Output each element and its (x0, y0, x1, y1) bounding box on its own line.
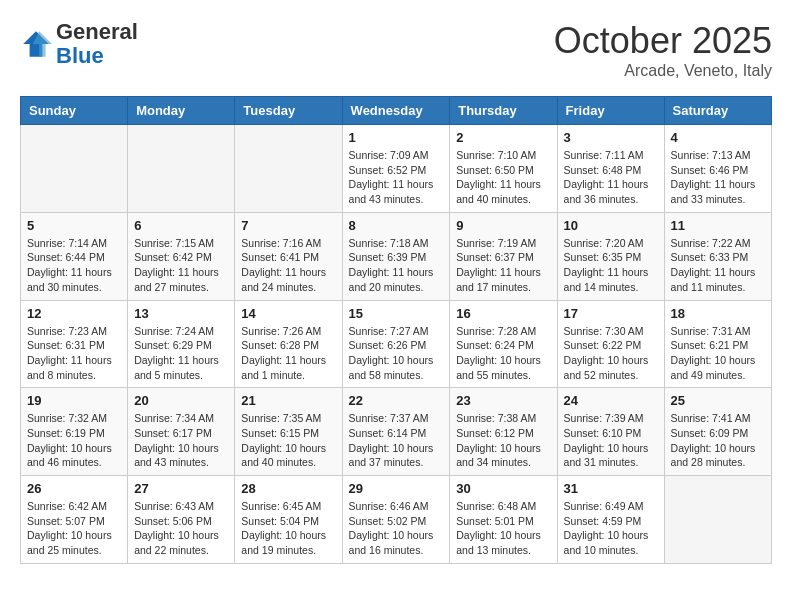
day-info: Sunrise: 6:49 AM Sunset: 4:59 PM Dayligh… (564, 499, 658, 558)
calendar-cell: 19Sunrise: 7:32 AM Sunset: 6:19 PM Dayli… (21, 388, 128, 476)
day-info: Sunrise: 7:22 AM Sunset: 6:33 PM Dayligh… (671, 236, 765, 295)
calendar-cell: 14Sunrise: 7:26 AM Sunset: 6:28 PM Dayli… (235, 300, 342, 388)
calendar-cell: 24Sunrise: 7:39 AM Sunset: 6:10 PM Dayli… (557, 388, 664, 476)
calendar-cell: 5Sunrise: 7:14 AM Sunset: 6:44 PM Daylig… (21, 212, 128, 300)
title-block: October 2025 Arcade, Veneto, Italy (554, 20, 772, 80)
calendar-cell: 23Sunrise: 7:38 AM Sunset: 6:12 PM Dayli… (450, 388, 557, 476)
weekday-header: Saturday (664, 97, 771, 125)
day-info: Sunrise: 7:31 AM Sunset: 6:21 PM Dayligh… (671, 324, 765, 383)
day-number: 4 (671, 130, 765, 145)
calendar-cell: 30Sunrise: 6:48 AM Sunset: 5:01 PM Dayli… (450, 476, 557, 564)
day-number: 28 (241, 481, 335, 496)
day-number: 29 (349, 481, 444, 496)
calendar-cell: 8Sunrise: 7:18 AM Sunset: 6:39 PM Daylig… (342, 212, 450, 300)
calendar-cell: 17Sunrise: 7:30 AM Sunset: 6:22 PM Dayli… (557, 300, 664, 388)
logo-text: General Blue (56, 20, 138, 68)
day-number: 19 (27, 393, 121, 408)
day-info: Sunrise: 7:39 AM Sunset: 6:10 PM Dayligh… (564, 411, 658, 470)
calendar-cell: 28Sunrise: 6:45 AM Sunset: 5:04 PM Dayli… (235, 476, 342, 564)
day-number: 14 (241, 306, 335, 321)
calendar-cell: 18Sunrise: 7:31 AM Sunset: 6:21 PM Dayli… (664, 300, 771, 388)
day-info: Sunrise: 7:18 AM Sunset: 6:39 PM Dayligh… (349, 236, 444, 295)
calendar-cell (235, 125, 342, 213)
day-info: Sunrise: 7:37 AM Sunset: 6:14 PM Dayligh… (349, 411, 444, 470)
day-number: 22 (349, 393, 444, 408)
day-info: Sunrise: 7:34 AM Sunset: 6:17 PM Dayligh… (134, 411, 228, 470)
day-number: 1 (349, 130, 444, 145)
calendar-week-row: 12Sunrise: 7:23 AM Sunset: 6:31 PM Dayli… (21, 300, 772, 388)
day-number: 24 (564, 393, 658, 408)
day-info: Sunrise: 7:19 AM Sunset: 6:37 PM Dayligh… (456, 236, 550, 295)
calendar-cell (664, 476, 771, 564)
calendar-week-row: 1Sunrise: 7:09 AM Sunset: 6:52 PM Daylig… (21, 125, 772, 213)
day-number: 30 (456, 481, 550, 496)
day-info: Sunrise: 7:10 AM Sunset: 6:50 PM Dayligh… (456, 148, 550, 207)
calendar-cell: 26Sunrise: 6:42 AM Sunset: 5:07 PM Dayli… (21, 476, 128, 564)
day-number: 25 (671, 393, 765, 408)
location: Arcade, Veneto, Italy (554, 62, 772, 80)
day-number: 31 (564, 481, 658, 496)
day-info: Sunrise: 7:26 AM Sunset: 6:28 PM Dayligh… (241, 324, 335, 383)
calendar-cell: 9Sunrise: 7:19 AM Sunset: 6:37 PM Daylig… (450, 212, 557, 300)
day-info: Sunrise: 6:48 AM Sunset: 5:01 PM Dayligh… (456, 499, 550, 558)
calendar-week-row: 19Sunrise: 7:32 AM Sunset: 6:19 PM Dayli… (21, 388, 772, 476)
day-number: 11 (671, 218, 765, 233)
calendar-cell: 6Sunrise: 7:15 AM Sunset: 6:42 PM Daylig… (128, 212, 235, 300)
month-title: October 2025 (554, 20, 772, 62)
calendar-week-row: 26Sunrise: 6:42 AM Sunset: 5:07 PM Dayli… (21, 476, 772, 564)
day-info: Sunrise: 7:23 AM Sunset: 6:31 PM Dayligh… (27, 324, 121, 383)
weekday-header: Thursday (450, 97, 557, 125)
calendar-cell: 4Sunrise: 7:13 AM Sunset: 6:46 PM Daylig… (664, 125, 771, 213)
day-info: Sunrise: 7:14 AM Sunset: 6:44 PM Dayligh… (27, 236, 121, 295)
day-number: 12 (27, 306, 121, 321)
day-number: 23 (456, 393, 550, 408)
calendar-cell: 13Sunrise: 7:24 AM Sunset: 6:29 PM Dayli… (128, 300, 235, 388)
day-info: Sunrise: 7:35 AM Sunset: 6:15 PM Dayligh… (241, 411, 335, 470)
calendar-cell: 11Sunrise: 7:22 AM Sunset: 6:33 PM Dayli… (664, 212, 771, 300)
weekday-header: Sunday (21, 97, 128, 125)
calendar-header-row: SundayMondayTuesdayWednesdayThursdayFrid… (21, 97, 772, 125)
day-number: 26 (27, 481, 121, 496)
day-info: Sunrise: 7:13 AM Sunset: 6:46 PM Dayligh… (671, 148, 765, 207)
day-number: 15 (349, 306, 444, 321)
calendar-cell: 1Sunrise: 7:09 AM Sunset: 6:52 PM Daylig… (342, 125, 450, 213)
day-number: 7 (241, 218, 335, 233)
calendar-cell: 29Sunrise: 6:46 AM Sunset: 5:02 PM Dayli… (342, 476, 450, 564)
calendar-cell: 27Sunrise: 6:43 AM Sunset: 5:06 PM Dayli… (128, 476, 235, 564)
day-number: 21 (241, 393, 335, 408)
day-number: 16 (456, 306, 550, 321)
calendar-cell: 22Sunrise: 7:37 AM Sunset: 6:14 PM Dayli… (342, 388, 450, 476)
day-info: Sunrise: 7:28 AM Sunset: 6:24 PM Dayligh… (456, 324, 550, 383)
day-number: 5 (27, 218, 121, 233)
day-info: Sunrise: 6:46 AM Sunset: 5:02 PM Dayligh… (349, 499, 444, 558)
day-info: Sunrise: 6:42 AM Sunset: 5:07 PM Dayligh… (27, 499, 121, 558)
day-info: Sunrise: 6:45 AM Sunset: 5:04 PM Dayligh… (241, 499, 335, 558)
day-number: 2 (456, 130, 550, 145)
day-info: Sunrise: 7:27 AM Sunset: 6:26 PM Dayligh… (349, 324, 444, 383)
calendar-cell: 16Sunrise: 7:28 AM Sunset: 6:24 PM Dayli… (450, 300, 557, 388)
calendar-cell: 25Sunrise: 7:41 AM Sunset: 6:09 PM Dayli… (664, 388, 771, 476)
day-number: 9 (456, 218, 550, 233)
calendar-cell (128, 125, 235, 213)
day-number: 13 (134, 306, 228, 321)
day-number: 27 (134, 481, 228, 496)
calendar-cell: 10Sunrise: 7:20 AM Sunset: 6:35 PM Dayli… (557, 212, 664, 300)
calendar-cell: 3Sunrise: 7:11 AM Sunset: 6:48 PM Daylig… (557, 125, 664, 213)
day-info: Sunrise: 6:43 AM Sunset: 5:06 PM Dayligh… (134, 499, 228, 558)
calendar-cell (21, 125, 128, 213)
day-number: 20 (134, 393, 228, 408)
day-info: Sunrise: 7:32 AM Sunset: 6:19 PM Dayligh… (27, 411, 121, 470)
weekday-header: Wednesday (342, 97, 450, 125)
day-number: 8 (349, 218, 444, 233)
calendar-cell: 21Sunrise: 7:35 AM Sunset: 6:15 PM Dayli… (235, 388, 342, 476)
weekday-header: Tuesday (235, 97, 342, 125)
day-number: 17 (564, 306, 658, 321)
page-header: General Blue October 2025 Arcade, Veneto… (20, 20, 772, 80)
calendar-table: SundayMondayTuesdayWednesdayThursdayFrid… (20, 96, 772, 564)
day-number: 3 (564, 130, 658, 145)
day-info: Sunrise: 7:30 AM Sunset: 6:22 PM Dayligh… (564, 324, 658, 383)
calendar-cell: 31Sunrise: 6:49 AM Sunset: 4:59 PM Dayli… (557, 476, 664, 564)
day-info: Sunrise: 7:24 AM Sunset: 6:29 PM Dayligh… (134, 324, 228, 383)
day-info: Sunrise: 7:41 AM Sunset: 6:09 PM Dayligh… (671, 411, 765, 470)
logo-icon (20, 28, 52, 60)
